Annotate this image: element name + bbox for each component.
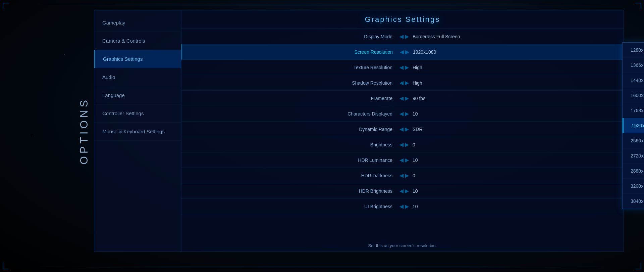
settings-title: Graphics Settings: [181, 10, 624, 29]
setting-value-screen-resolution[interactable]: 1920x1080: [410, 46, 624, 58]
setting-value-dynamic-range[interactable]: SDR: [409, 123, 624, 135]
setting-value-hdr-luminance[interactable]: 10: [409, 154, 624, 166]
settings-panel: Graphics Settings Display Mode◀ ▶Borderl…: [181, 10, 624, 252]
dropdown-item-1600-900[interactable]: 1600x900: [623, 88, 644, 103]
setting-value-texture-resolution[interactable]: High: [409, 61, 624, 74]
status-hint: Set this as your screen's resolution.: [368, 243, 437, 248]
corner-decoration-bl: [3, 263, 9, 269]
settings-row-ui-brightness[interactable]: UI Brightness◀ ▶10: [181, 199, 624, 214]
setting-label-screen-resolution: Screen Resolution: [182, 46, 399, 58]
settings-row-display-mode[interactable]: Display Mode◀ ▶Borderless Full Screen: [181, 29, 624, 44]
resolution-dropdown[interactable]: 1280x7201366x7681440x8101600x9001768x992…: [622, 42, 644, 209]
settings-row-texture-resolution[interactable]: Texture Resolution◀ ▶High: [181, 60, 624, 75]
settings-row-hdr-darkness[interactable]: HDR Darkness◀ ▶0: [181, 168, 624, 183]
setting-separator-hdr-luminance: ◀ ▶: [399, 157, 409, 163]
settings-row-shadow-resolution[interactable]: Shadow Resolution◀ ▶High: [181, 75, 624, 91]
settings-rows: Display Mode◀ ▶Borderless Full ScreenScr…: [181, 29, 624, 252]
settings-row-characters-displayed[interactable]: Characters Displayed◀ ▶10: [181, 106, 624, 122]
dropdown-item-1920-1080[interactable]: 1920x1080: [623, 118, 644, 133]
settings-row-framerate[interactable]: Framerate◀ ▶90 fps: [181, 91, 624, 106]
setting-separator-brightness: ◀ ▶: [399, 141, 409, 148]
setting-label-brightness: Brightness: [181, 139, 399, 151]
dropdown-item-1768-992[interactable]: 1768x992: [623, 103, 644, 118]
setting-label-hdr-brightness: HDR Brightness: [181, 185, 399, 197]
corner-decoration-tl: [3, 3, 9, 9]
page-title: Options: [78, 97, 90, 165]
setting-value-ui-brightness[interactable]: 10: [409, 200, 624, 213]
nav-item-audio[interactable]: Audio: [94, 68, 181, 86]
nav-item-camera-controls[interactable]: Camera & Controls: [94, 32, 181, 50]
setting-separator-texture-resolution: ◀ ▶: [399, 64, 409, 71]
setting-separator-ui-brightness: ◀ ▶: [399, 203, 409, 210]
setting-value-characters-displayed[interactable]: 10: [409, 108, 624, 120]
setting-value-display-mode[interactable]: Borderless Full Screen: [409, 31, 624, 43]
setting-label-hdr-darkness: HDR Darkness: [181, 170, 399, 182]
corner-decoration-tr: [635, 3, 641, 9]
setting-separator-characters-displayed: ◀ ▶: [399, 110, 409, 117]
dropdown-item-2560-1440[interactable]: 2560x1440: [623, 133, 644, 148]
nav-item-mouse-keyboard[interactable]: Mouse & Keyboard Settings: [94, 123, 181, 141]
setting-value-brightness[interactable]: 0: [409, 139, 624, 151]
nav-item-controller-settings[interactable]: Controller Settings: [94, 104, 181, 123]
setting-label-display-mode: Display Mode: [181, 31, 399, 43]
nav-item-graphics-settings[interactable]: Graphics Settings: [94, 50, 181, 68]
setting-separator-hdr-darkness: ◀ ▶: [399, 172, 409, 179]
setting-label-hdr-luminance: HDR Luminance: [181, 154, 399, 166]
status-bar: Set this as your screen's resolution.: [181, 243, 624, 248]
setting-separator-screen-resolution: ◀ ▶: [399, 49, 410, 55]
settings-row-hdr-luminance[interactable]: HDR Luminance◀ ▶10: [181, 152, 624, 168]
scan-line-bottom: [0, 267, 644, 267]
setting-label-framerate: Framerate: [181, 92, 399, 104]
main-container: Options GameplayCamera & ControlsGraphic…: [74, 10, 624, 252]
setting-label-characters-displayed: Characters Displayed: [181, 108, 399, 120]
dropdown-item-3840-2160[interactable]: 3840x2160: [623, 194, 644, 209]
options-sidebar: Options: [74, 10, 94, 252]
setting-label-texture-resolution: Texture Resolution: [181, 61, 399, 74]
dropdown-item-2720-1530[interactable]: 2720x1530: [623, 148, 644, 164]
settings-row-screen-resolution[interactable]: Screen Resolution◀ ▶1920x1080: [181, 44, 624, 60]
nav-item-gameplay[interactable]: Gameplay: [94, 14, 181, 32]
corner-decoration-br: [635, 263, 641, 269]
settings-row-dynamic-range[interactable]: Dynamic Range◀ ▶SDR: [181, 122, 624, 137]
setting-value-shadow-resolution[interactable]: High: [409, 77, 624, 89]
setting-separator-shadow-resolution: ◀ ▶: [399, 80, 409, 86]
nav-panel: GameplayCamera & ControlsGraphics Settin…: [94, 10, 181, 252]
setting-value-hdr-brightness[interactable]: 10: [409, 185, 624, 197]
setting-separator-display-mode: ◀ ▶: [399, 33, 409, 40]
setting-value-hdr-darkness[interactable]: 0: [409, 170, 624, 182]
dropdown-item-1440-810[interactable]: 1440x810: [623, 73, 644, 88]
setting-label-ui-brightness: UI Brightness: [181, 200, 399, 213]
setting-label-shadow-resolution: Shadow Resolution: [181, 77, 399, 89]
setting-label-dynamic-range: Dynamic Range: [181, 123, 399, 135]
dropdown-item-1366-768[interactable]: 1366x768: [623, 58, 644, 73]
settings-row-hdr-brightness[interactable]: HDR Brightness◀ ▶10: [181, 183, 624, 199]
settings-row-brightness[interactable]: Brightness◀ ▶0: [181, 137, 624, 152]
dropdown-item-2880-1620[interactable]: 2880x1620: [623, 164, 644, 179]
dropdown-item-1280-720[interactable]: 1280x720: [623, 43, 644, 58]
dropdown-item-3200-1800[interactable]: 3200x1800: [623, 179, 644, 194]
setting-separator-hdr-brightness: ◀ ▶: [399, 188, 409, 194]
setting-separator-dynamic-range: ◀ ▶: [399, 126, 409, 132]
setting-separator-framerate: ◀ ▶: [399, 95, 409, 101]
nav-item-language[interactable]: Language: [94, 86, 181, 104]
scan-line-top: [0, 5, 644, 5]
setting-value-framerate[interactable]: 90 fps: [409, 92, 624, 104]
